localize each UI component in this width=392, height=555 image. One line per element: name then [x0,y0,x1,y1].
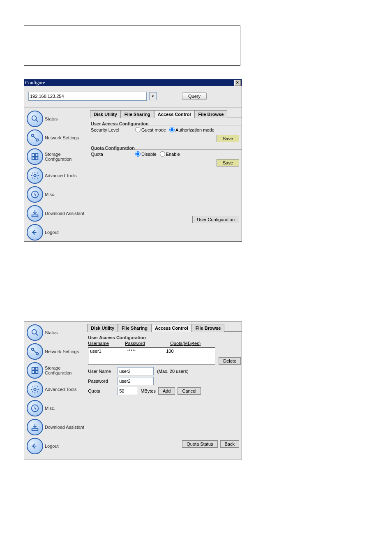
sidebar-item-misc[interactable]: Misc. [27,400,85,416]
tab-disk[interactable]: Disk Utility [90,110,121,118]
tab-access[interactable]: Access Control [154,110,195,118]
tab-bar: Disk Utility File Sharing Access Control… [90,110,242,118]
tab-bar: Disk Utility File Sharing Access Control… [87,324,242,332]
quota-input[interactable] [118,387,138,395]
tab-browse[interactable]: File Browse [195,110,228,118]
user-config-button[interactable]: User Configuration [192,216,239,223]
radio-auth[interactable] [169,127,175,132]
tab-disk[interactable]: Disk Utility [87,324,118,332]
radio-disable-label: Disable [141,152,157,157]
svg-rect-4 [35,154,38,156]
sidebar-label: Logout [45,444,59,449]
svg-point-0 [32,116,37,120]
quota-status-button[interactable]: Quota Status [182,440,217,448]
logout-icon [27,438,43,454]
sidebar-item-status[interactable]: Status [27,324,85,341]
svg-point-7 [34,174,36,177]
config-window-1: Configure ✕ ▼ Query Status Network Setti… [24,79,242,242]
sidebar-item-storage[interactable]: Storage Configuration [27,148,88,165]
password-input[interactable] [118,377,154,385]
sidebar-item-status[interactable]: Status [27,111,88,127]
security-level-row: Security Level Guest mode Authorization … [91,127,241,132]
cell-pass: ***** [127,349,166,363]
titlebar: Configure ✕ [24,79,242,86]
sidebar: Status Network Settings Storage Configur… [24,108,90,244]
sidebar-item-storage[interactable]: Storage Configuration [27,362,85,379]
tab-share[interactable]: File Sharing [118,324,151,332]
sidebar-label: Logout [45,230,59,235]
sidebar-item-advanced[interactable]: Advanced Tools [27,167,88,184]
sidebar-item-logout[interactable]: Logout [27,224,88,240]
add-button[interactable]: Add [158,387,175,395]
svg-point-17 [34,388,36,391]
tab-access[interactable]: Access Control [151,324,192,332]
svg-rect-14 [35,368,38,370]
download-icon [27,205,43,222]
cell-quota: 100 [166,349,173,363]
radio-auth-label: Authorization mode [175,127,214,132]
main-panel-1: Disk Utility File Sharing Access Control… [90,108,242,244]
sidebar-item-download[interactable]: Download Assistant [27,205,88,222]
sidebar-label: Storage Configuration [45,152,88,162]
save-button-1[interactable]: Save [217,135,239,142]
tab-browse[interactable]: File Browse [192,324,225,332]
max-users-note: (Max. 20 users) [157,369,188,374]
cancel-button[interactable]: Cancel [178,387,201,395]
sidebar-item-misc[interactable]: Misc. [27,186,88,203]
svg-rect-3 [32,154,35,156]
security-label: Security Level [91,127,132,132]
save-button-2[interactable]: Save [217,159,239,166]
sidebar-label: Download Assistant [45,211,84,216]
config-window-2: Status Network Settings Storage Configur… [24,321,242,460]
sidebar-item-logout[interactable]: Logout [27,438,85,454]
clock-icon [27,186,43,203]
sidebar-item-network[interactable]: Network Settings [27,130,88,146]
gear-icon [27,381,43,398]
download-icon [27,419,43,435]
cell-user: user1 [90,349,127,363]
user-list[interactable]: user1 ***** 100 [88,347,215,365]
close-icon[interactable]: ✕ [234,80,241,86]
svg-rect-19 [32,429,38,431]
sidebar-label: Storage Configuration [45,365,85,375]
group-user-access: User Access Configuration [91,121,242,126]
group-user-access: User Access Configuration [88,335,242,340]
dropdown-icon[interactable]: ▼ [149,92,157,100]
radio-guest[interactable] [135,127,141,132]
sidebar-item-network[interactable]: Network Settings [27,343,85,360]
main-panel-2: Disk Utility File Sharing Access Control… [87,322,242,458]
network-icon [27,130,43,146]
sidebar-label: Network Settings [45,349,79,354]
username-input[interactable] [118,367,154,375]
logout-icon [27,224,43,240]
quota-label: Quota [88,388,118,393]
radio-enable-label: Enable [166,152,180,157]
delete-button[interactable]: Delete [219,357,241,365]
sidebar-label: Status [45,330,58,335]
query-row: ▼ Query [24,86,242,108]
radio-guest-label: Guest mode [141,127,166,132]
col-quota: Quota(MBytes) [170,341,201,346]
sidebar-label: Status [45,116,58,121]
back-button[interactable]: Back [220,440,239,448]
svg-rect-16 [35,371,38,373]
quota-row: Quota Disable Enable [91,151,241,157]
svg-rect-13 [32,368,35,370]
sidebar-item-advanced[interactable]: Advanced Tools [27,381,85,398]
radio-enable[interactable] [160,151,165,157]
sidebar-label: Advanced Tools [45,173,76,178]
sidebar: Status Network Settings Storage Configur… [24,322,87,458]
radio-disable[interactable] [135,151,141,157]
sidebar-item-download[interactable]: Download Assistant [27,419,85,435]
tab-share[interactable]: File Sharing [121,110,154,118]
ip-input[interactable] [28,92,147,101]
username-row: User Name (Max. 20 users) [88,367,241,375]
username-label: User Name [88,369,118,374]
sidebar-label: Download Assistant [45,425,84,430]
magnifier-icon [27,324,43,341]
query-button[interactable]: Query [182,92,207,100]
svg-rect-5 [32,157,35,160]
window-title: Configure [25,80,45,86]
sidebar-label: Network Settings [45,135,79,140]
grid-icon [27,362,43,379]
